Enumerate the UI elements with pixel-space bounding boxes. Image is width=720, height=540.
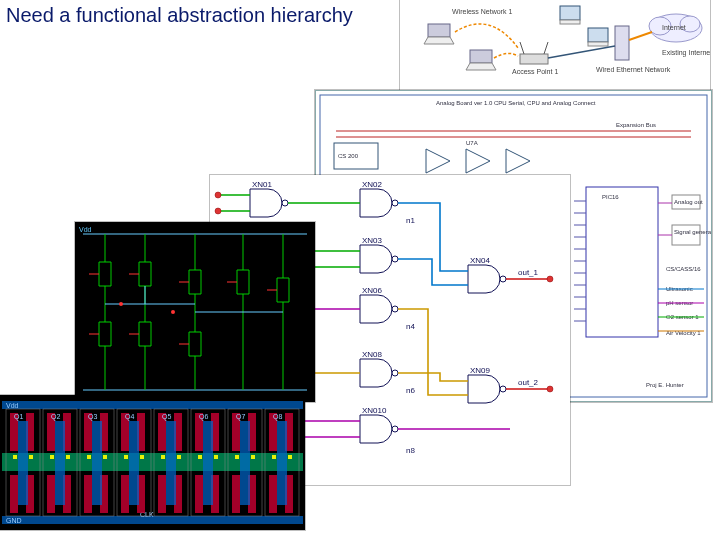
svg-rect-126 — [66, 455, 70, 459]
svg-rect-164 — [240, 421, 250, 505]
svg-rect-118 — [29, 455, 33, 459]
board-title: Analog Board ver 1.0 CPU Serial, CPU and… — [436, 100, 596, 106]
svg-rect-24 — [586, 187, 658, 337]
svg-line-3 — [629, 32, 652, 40]
svg-marker-19 — [426, 149, 450, 173]
net-label: n4 — [406, 322, 415, 331]
svg-rect-162 — [232, 475, 240, 513]
svg-text:XN04: XN04 — [470, 256, 491, 265]
label-vdd: Vdd — [6, 402, 19, 409]
svg-rect-157 — [198, 455, 202, 459]
svg-rect-172 — [277, 421, 287, 505]
svg-rect-130 — [84, 475, 92, 513]
label-wireless: Wireless Network 1 — [452, 8, 512, 15]
svg-rect-134 — [103, 455, 107, 459]
cell-label: Q7 — [236, 413, 245, 421]
svg-rect-165 — [235, 455, 239, 459]
svg-rect-141 — [124, 455, 128, 459]
svg-rect-142 — [140, 455, 144, 459]
svg-point-82 — [215, 208, 221, 214]
access-point-icon — [520, 54, 548, 64]
gate-icon: XN010 — [360, 406, 398, 443]
svg-text:XN010: XN010 — [362, 406, 387, 415]
pc-icon — [588, 28, 608, 46]
svg-rect-156 — [203, 421, 213, 505]
svg-rect-8 — [428, 24, 450, 37]
svg-rect-60 — [672, 225, 700, 245]
svg-text:XN01: XN01 — [252, 180, 273, 189]
cell-label: Q5 — [162, 413, 171, 421]
pc-icon — [560, 6, 580, 24]
svg-rect-114 — [10, 475, 18, 513]
label-u7a: U7A — [466, 140, 478, 146]
gate-icon: XN04 — [468, 256, 506, 293]
svg-point-107 — [171, 310, 175, 314]
svg-marker-21 — [506, 149, 530, 173]
svg-text:XN03: XN03 — [362, 236, 383, 245]
svg-text:XN08: XN08 — [362, 350, 383, 359]
svg-rect-149 — [161, 455, 165, 459]
svg-marker-11 — [466, 63, 496, 70]
layer-transistor-schematic: Vdd GND — [75, 222, 315, 402]
gate-icon: XN02 — [360, 180, 398, 217]
svg-line-12 — [520, 42, 524, 54]
net-label: n8 — [406, 446, 415, 455]
svg-text:XN09: XN09 — [470, 366, 491, 375]
svg-rect-125 — [50, 455, 54, 459]
svg-rect-124 — [55, 421, 65, 505]
laptop-icon — [424, 24, 454, 44]
label-cscass: CS/CASS/16 — [666, 266, 701, 272]
svg-point-106 — [119, 302, 123, 306]
net-label: out_2 — [518, 378, 539, 387]
svg-line-13 — [544, 42, 548, 54]
net-label: n1 — [406, 216, 415, 225]
gate-icon: XN09 — [468, 366, 506, 403]
svg-rect-148 — [166, 421, 176, 505]
label-gnd: GND — [6, 517, 22, 524]
svg-rect-150 — [177, 455, 181, 459]
label-internet: Internet — [662, 24, 686, 31]
gate-icon: XN01 — [250, 180, 288, 217]
svg-rect-6 — [588, 28, 608, 42]
svg-rect-154 — [195, 475, 203, 513]
svg-rect-166 — [251, 455, 255, 459]
svg-rect-132 — [92, 421, 102, 505]
net-label: n6 — [406, 386, 415, 395]
label-cs200: CS 200 — [338, 153, 359, 159]
svg-rect-4 — [560, 6, 580, 20]
svg-rect-110 — [2, 453, 303, 471]
svg-marker-9 — [424, 37, 454, 44]
svg-rect-133 — [87, 455, 91, 459]
label-existing: Existing Internet — [662, 49, 710, 57]
svg-rect-158 — [214, 455, 218, 459]
svg-point-92 — [547, 386, 553, 392]
laptop-icon — [466, 50, 496, 70]
svg-rect-140 — [129, 421, 139, 505]
layer-network-diagram: Existing Internet Wired Ethernet Network… — [400, 0, 710, 95]
svg-rect-138 — [121, 475, 129, 513]
svg-rect-146 — [158, 475, 166, 513]
cell-label: Q8 — [273, 413, 282, 421]
gate-icon: XN03 — [360, 236, 398, 273]
cell-label: Q1 — [14, 413, 23, 421]
server-icon — [615, 26, 629, 60]
svg-text:XN02: XN02 — [362, 180, 383, 189]
cell-label: Q4 — [125, 413, 134, 421]
cell-label: Q6 — [199, 413, 208, 421]
svg-rect-5 — [560, 20, 580, 24]
label-vdd: Vdd — [79, 226, 92, 233]
gate-icon: XN08 — [360, 350, 398, 387]
net-label: out_1 — [518, 268, 539, 277]
svg-marker-20 — [466, 149, 490, 173]
svg-text:XN06: XN06 — [362, 286, 383, 295]
svg-rect-122 — [47, 475, 55, 513]
svg-rect-174 — [288, 455, 292, 459]
svg-rect-170 — [269, 475, 277, 513]
slide-title: Need a functional abstraction hierarchy — [6, 4, 353, 27]
gate-icon: XN06 — [360, 286, 398, 323]
svg-rect-7 — [588, 42, 608, 46]
label-wired: Wired Ethernet Network — [596, 66, 671, 73]
label-pic: PIC16 — [602, 194, 619, 200]
svg-rect-173 — [272, 455, 276, 459]
svg-point-91 — [547, 276, 553, 282]
